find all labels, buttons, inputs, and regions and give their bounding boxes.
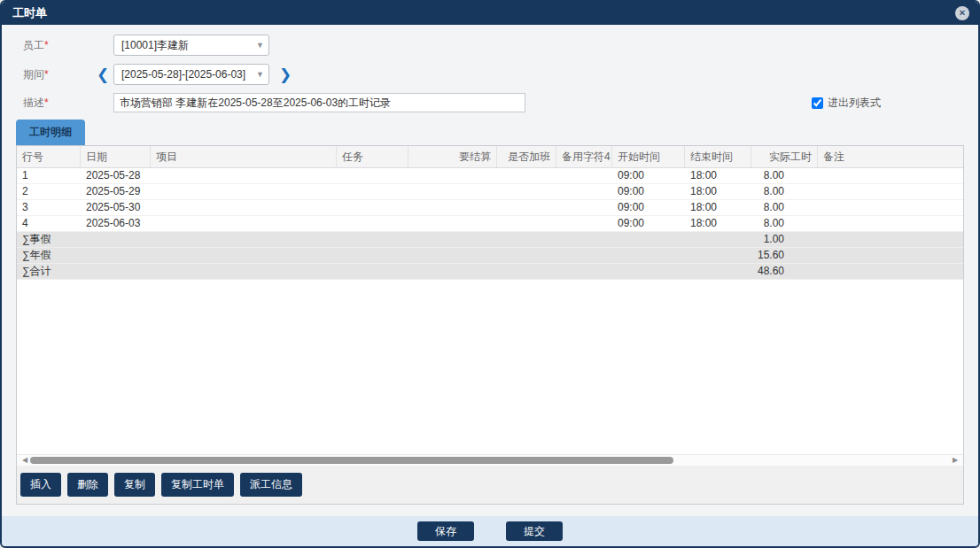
grid-cell: [81, 232, 151, 247]
grid-cell: [151, 264, 337, 279]
form-area: 员工* [10001]李建新 ▼ 期间* ❮ [2025-05-28]-[202…: [2, 25, 978, 120]
grid-cell: [408, 232, 497, 247]
scroll-right-icon[interactable]: ▶: [949, 455, 961, 466]
column-header[interactable]: 要结算: [408, 146, 497, 167]
grid-cell: 2025-05-28: [81, 168, 151, 183]
copy-timesheet-button[interactable]: 复制工时单: [161, 473, 234, 497]
chevron-left-icon[interactable]: ❮: [92, 66, 113, 84]
list-mode-checkbox[interactable]: [812, 97, 823, 109]
grid-cell: [818, 184, 963, 199]
grid-cell: [818, 264, 963, 279]
table-row[interactable]: 32025-05-3009:0018:008.00: [17, 200, 963, 216]
grid-cell: [556, 248, 612, 263]
list-mode-checkbox-wrap: 进出列表式: [812, 96, 881, 111]
grid-cell: 8.00: [751, 216, 818, 231]
grid-cell: [497, 184, 556, 199]
delete-button[interactable]: 删除: [67, 473, 108, 497]
grid-cell: [685, 232, 751, 247]
required-mark: *: [44, 39, 49, 51]
grid-cell: [497, 232, 556, 247]
column-header[interactable]: 开始时间: [612, 146, 685, 167]
save-button[interactable]: 保存: [417, 521, 474, 541]
column-header[interactable]: 行号: [17, 146, 81, 167]
grid-cell: [408, 248, 497, 263]
grid-cell: 8.00: [751, 200, 818, 215]
period-row: 期间* ❮ [2025-05-28]-[2025-06-03] ▼ ❯: [16, 64, 964, 85]
table-row[interactable]: 42025-06-0309:0018:008.00: [17, 216, 963, 232]
grid-cell: [818, 232, 963, 247]
footer-bar: 保存 提交: [2, 516, 978, 546]
list-mode-checkbox-label: 进出列表式: [828, 96, 881, 111]
grid-cell: [151, 184, 337, 199]
summary-row[interactable]: ∑事假1.00: [17, 232, 963, 248]
grid-cell: [556, 264, 612, 279]
grid-cell: [818, 216, 963, 231]
timesheet-grid: 行号日期项目任务要结算是否加班备用字符4开始时间结束时间实际工时备注 12025…: [17, 146, 963, 454]
column-header[interactable]: 备用字符4: [556, 146, 612, 167]
required-mark: *: [44, 96, 49, 109]
grid-cell: [408, 216, 497, 231]
column-header[interactable]: 结束时间: [685, 146, 751, 167]
dispatch-info-button[interactable]: 派工信息: [240, 473, 302, 497]
summary-row[interactable]: ∑合计48.60: [17, 264, 963, 280]
grid-cell: 8.00: [751, 168, 818, 183]
grid-cell: [151, 200, 337, 215]
tab-timesheet-detail[interactable]: 工时明细: [16, 120, 85, 145]
grid-cell: 09:00: [612, 200, 685, 215]
column-header[interactable]: 日期: [81, 146, 151, 167]
table-row[interactable]: 12025-05-2809:0018:008.00: [17, 168, 963, 184]
grid-cell: [151, 216, 337, 231]
grid-cell: [556, 232, 612, 247]
copy-button[interactable]: 复制: [114, 473, 155, 497]
grid-cell: [818, 200, 963, 215]
employee-row: 员工* [10001]李建新 ▼: [16, 35, 964, 56]
grid-cell: 18:00: [685, 168, 751, 183]
close-icon[interactable]: ✕: [955, 6, 969, 20]
grid-toolbar: 插入删除复制复制工时单派工信息: [17, 466, 963, 504]
grid-cell: 8.00: [751, 184, 818, 199]
timesheet-dialog: 工时单 ✕ 员工* [10001]李建新 ▼ 期间* ❮ [2025-05-28…: [0, 0, 980, 548]
grid-cell: [151, 248, 337, 263]
grid-cell: [337, 248, 408, 263]
description-input[interactable]: [113, 93, 525, 112]
scroll-left-icon[interactable]: ◀: [19, 455, 31, 466]
grid-cell: [556, 216, 612, 231]
column-header[interactable]: 任务: [337, 146, 408, 167]
grid-cell: 15.60: [751, 248, 818, 263]
grid-header-row: 行号日期项目任务要结算是否加班备用字符4开始时间结束时间实际工时备注: [17, 146, 963, 168]
grid-cell: [497, 200, 556, 215]
horizontal-scrollbar[interactable]: ◀ ▶: [17, 454, 963, 466]
employee-select[interactable]: [10001]李建新 ▼: [113, 35, 269, 56]
submit-button[interactable]: 提交: [506, 521, 563, 541]
table-row[interactable]: 22025-05-2909:0018:008.00: [17, 184, 963, 200]
summary-row[interactable]: ∑年假15.60: [17, 248, 963, 264]
grid-cell: 2025-06-03: [81, 216, 151, 231]
chevron-right-icon[interactable]: ❯: [275, 66, 296, 84]
column-header[interactable]: 实际工时: [751, 146, 818, 167]
grid-cell: [337, 200, 408, 215]
grid-cell: [408, 264, 497, 279]
grid-cell: [612, 264, 685, 279]
period-select[interactable]: [2025-05-28]-[2025-06-03] ▼: [113, 64, 269, 85]
grid-cell: ∑事假: [17, 232, 81, 247]
column-header[interactable]: 备注: [818, 146, 963, 167]
column-header[interactable]: 是否加班: [497, 146, 556, 167]
grid-cell: [612, 232, 685, 247]
employee-label: 员工*: [16, 38, 92, 53]
grid-cell: [685, 264, 751, 279]
grid-cell: [556, 184, 612, 199]
grid-cell: [497, 168, 556, 183]
grid-cell: [151, 168, 337, 183]
dialog-title: 工时单: [12, 6, 47, 19]
description-label: 描述*: [16, 96, 92, 111]
grid-cell: 2: [17, 184, 81, 199]
column-header[interactable]: 项目: [151, 146, 337, 167]
grid-cell: [408, 168, 497, 183]
grid-cell: [337, 232, 408, 247]
grid-cell: 18:00: [685, 216, 751, 231]
scrollbar-thumb[interactable]: [30, 457, 673, 464]
detail-section: 工时明细 行号日期项目任务要结算是否加班备用字符4开始时间结束时间实际工时备注 …: [2, 120, 978, 505]
grid-cell: [556, 168, 612, 183]
insert-button[interactable]: 插入: [20, 473, 61, 497]
grid-cell: [337, 184, 408, 199]
